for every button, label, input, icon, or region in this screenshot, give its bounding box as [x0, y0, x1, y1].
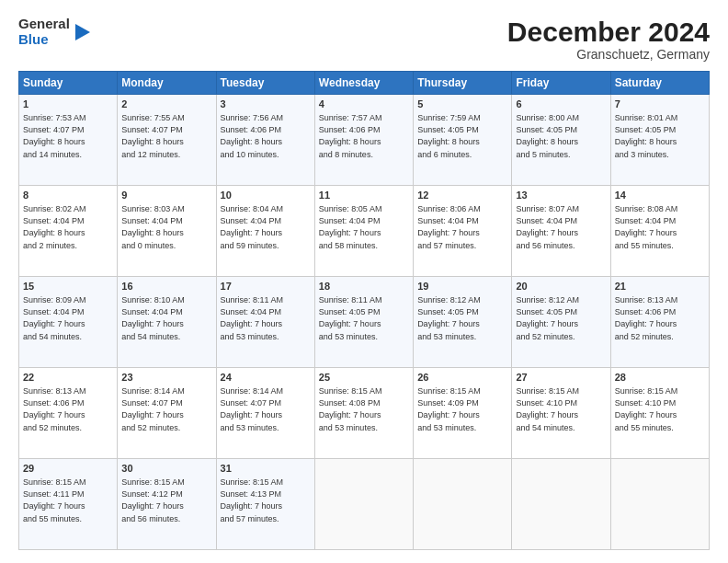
calendar-row-2: 8Sunrise: 8:02 AMSunset: 4:04 PMDaylight… [19, 186, 710, 277]
day-number: 2 [121, 98, 211, 111]
day-info: Sunrise: 8:15 AMSunset: 4:13 PMDaylight:… [221, 477, 311, 524]
table-row: 31Sunrise: 8:15 AMSunset: 4:13 PMDayligh… [216, 459, 314, 550]
table-row: 26Sunrise: 8:15 AMSunset: 4:09 PMDayligh… [414, 368, 512, 459]
day-info: Sunrise: 7:57 AMSunset: 4:06 PMDaylight:… [319, 112, 409, 160]
table-row: 9Sunrise: 8:03 AMSunset: 4:04 PMDaylight… [118, 186, 216, 277]
day-number: 6 [516, 98, 606, 111]
day-info: Sunrise: 8:05 AMSunset: 4:04 PMDaylight:… [319, 203, 409, 251]
table-row: 30Sunrise: 8:15 AMSunset: 4:12 PMDayligh… [118, 459, 216, 550]
day-info: Sunrise: 8:15 AMSunset: 4:12 PMDaylight:… [121, 477, 211, 524]
table-row [610, 459, 709, 550]
logo-blue: Blue [18, 32, 70, 48]
day-number: 24 [221, 371, 311, 385]
day-info: Sunrise: 8:13 AMSunset: 4:06 PMDaylight:… [615, 294, 705, 342]
day-info: Sunrise: 7:53 AMSunset: 4:07 PMDaylight:… [23, 112, 113, 160]
day-info: Sunrise: 8:01 AMSunset: 4:05 PMDaylight:… [615, 112, 705, 160]
table-row: 17Sunrise: 8:11 AMSunset: 4:04 PMDayligh… [216, 277, 314, 368]
day-info: Sunrise: 8:11 AMSunset: 4:05 PMDaylight:… [319, 294, 409, 342]
location: Granschuetz, Germany [507, 47, 710, 62]
day-info: Sunrise: 8:03 AMSunset: 4:04 PMDaylight:… [121, 203, 211, 251]
calendar-table: Sunday Monday Tuesday Wednesday Thursday… [18, 71, 710, 550]
day-number: 16 [121, 280, 211, 293]
table-row: 20Sunrise: 8:12 AMSunset: 4:05 PMDayligh… [512, 277, 610, 368]
day-number: 30 [121, 462, 211, 476]
table-row: 18Sunrise: 8:11 AMSunset: 4:05 PMDayligh… [314, 277, 413, 368]
day-number: 21 [615, 280, 705, 293]
col-sunday: Sunday [19, 72, 118, 95]
day-info: Sunrise: 8:08 AMSunset: 4:04 PMDaylight:… [615, 203, 705, 251]
day-number: 10 [221, 189, 311, 202]
table-row: 6Sunrise: 8:00 AMSunset: 4:05 PMDaylight… [512, 95, 610, 186]
day-number: 12 [417, 189, 507, 202]
table-row: 10Sunrise: 8:04 AMSunset: 4:04 PMDayligh… [216, 186, 314, 277]
col-tuesday: Tuesday [216, 72, 314, 95]
day-number: 25 [319, 371, 409, 385]
title-block: December 2024 Granschuetz, Germany [507, 17, 710, 62]
day-number: 14 [615, 189, 705, 202]
day-number: 27 [516, 371, 606, 385]
day-number: 28 [615, 371, 705, 385]
day-number: 18 [319, 280, 409, 293]
table-row: 5Sunrise: 7:59 AMSunset: 4:05 PMDaylight… [414, 95, 512, 186]
day-number: 13 [516, 189, 606, 202]
svg-marker-0 [75, 24, 90, 40]
table-row: 27Sunrise: 8:15 AMSunset: 4:10 PMDayligh… [512, 368, 610, 459]
day-info: Sunrise: 8:15 AMSunset: 4:11 PMDaylight:… [23, 477, 113, 524]
table-row: 2Sunrise: 7:55 AMSunset: 4:07 PMDaylight… [118, 95, 216, 186]
table-row: 23Sunrise: 8:14 AMSunset: 4:07 PMDayligh… [118, 368, 216, 459]
table-row: 4Sunrise: 7:57 AMSunset: 4:06 PMDaylight… [314, 95, 413, 186]
col-monday: Monday [118, 72, 216, 95]
table-row [314, 459, 413, 550]
calendar-row-4: 22Sunrise: 8:13 AMSunset: 4:06 PMDayligh… [19, 368, 710, 459]
day-info: Sunrise: 8:12 AMSunset: 4:05 PMDaylight:… [516, 294, 606, 342]
day-number: 29 [23, 462, 113, 476]
table-row: 13Sunrise: 8:07 AMSunset: 4:04 PMDayligh… [512, 186, 610, 277]
col-friday: Friday [512, 72, 610, 95]
logo-general: General [18, 17, 70, 32]
day-number: 22 [23, 371, 113, 385]
day-number: 17 [221, 280, 311, 293]
table-row: 8Sunrise: 8:02 AMSunset: 4:04 PMDaylight… [19, 186, 118, 277]
table-row: 14Sunrise: 8:08 AMSunset: 4:04 PMDayligh… [610, 186, 709, 277]
col-thursday: Thursday [414, 72, 512, 95]
calendar-row-5: 29Sunrise: 8:15 AMSunset: 4:11 PMDayligh… [19, 459, 710, 550]
day-number: 7 [615, 98, 705, 111]
table-row: 12Sunrise: 8:06 AMSunset: 4:04 PMDayligh… [414, 186, 512, 277]
day-info: Sunrise: 8:06 AMSunset: 4:04 PMDaylight:… [417, 203, 507, 251]
table-row: 7Sunrise: 8:01 AMSunset: 4:05 PMDaylight… [610, 95, 709, 186]
day-number: 19 [417, 280, 507, 293]
day-number: 4 [319, 98, 409, 111]
day-number: 23 [121, 371, 211, 385]
day-info: Sunrise: 8:13 AMSunset: 4:06 PMDaylight:… [23, 385, 113, 433]
day-info: Sunrise: 8:15 AMSunset: 4:09 PMDaylight:… [417, 385, 507, 433]
day-info: Sunrise: 8:11 AMSunset: 4:04 PMDaylight:… [221, 294, 311, 342]
table-row: 22Sunrise: 8:13 AMSunset: 4:06 PMDayligh… [19, 368, 118, 459]
logo: General Blue [18, 17, 94, 47]
table-row: 25Sunrise: 8:15 AMSunset: 4:08 PMDayligh… [314, 368, 413, 459]
day-number: 3 [221, 98, 311, 111]
day-number: 9 [121, 189, 211, 202]
day-info: Sunrise: 8:02 AMSunset: 4:04 PMDaylight:… [23, 203, 113, 251]
day-info: Sunrise: 7:56 AMSunset: 4:06 PMDaylight:… [221, 112, 311, 160]
header: General Blue December 2024 Granschuetz, … [18, 17, 710, 62]
table-row: 29Sunrise: 8:15 AMSunset: 4:11 PMDayligh… [19, 459, 118, 550]
day-info: Sunrise: 8:12 AMSunset: 4:05 PMDaylight:… [417, 294, 507, 342]
table-row: 11Sunrise: 8:05 AMSunset: 4:04 PMDayligh… [314, 186, 413, 277]
day-info: Sunrise: 8:00 AMSunset: 4:05 PMDaylight:… [516, 112, 606, 160]
day-number: 5 [417, 98, 507, 111]
day-number: 8 [23, 189, 113, 202]
table-row: 1Sunrise: 7:53 AMSunset: 4:07 PMDaylight… [19, 95, 118, 186]
table-row [512, 459, 610, 550]
day-info: Sunrise: 8:09 AMSunset: 4:04 PMDaylight:… [23, 294, 113, 342]
page: General Blue December 2024 Granschuetz, … [0, 0, 728, 563]
table-row: 15Sunrise: 8:09 AMSunset: 4:04 PMDayligh… [19, 277, 118, 368]
table-row [414, 459, 512, 550]
day-info: Sunrise: 8:04 AMSunset: 4:04 PMDaylight:… [221, 203, 311, 251]
day-info: Sunrise: 7:55 AMSunset: 4:07 PMDaylight:… [121, 112, 211, 160]
table-row: 28Sunrise: 8:15 AMSunset: 4:10 PMDayligh… [610, 368, 709, 459]
day-info: Sunrise: 7:59 AMSunset: 4:05 PMDaylight:… [417, 112, 507, 160]
day-number: 11 [319, 189, 409, 202]
logo-arrow-icon [74, 22, 94, 42]
col-saturday: Saturday [610, 72, 709, 95]
day-number: 1 [23, 98, 113, 111]
